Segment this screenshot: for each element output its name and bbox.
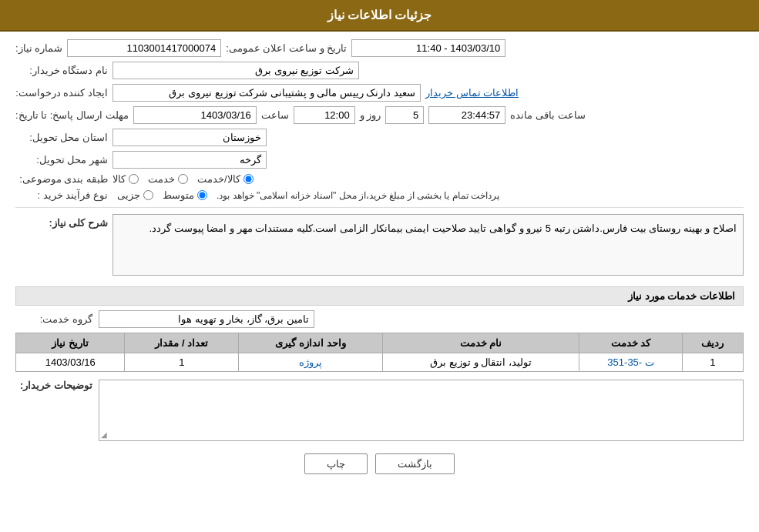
back-button[interactable]: بازگشت: [375, 453, 455, 474]
category-label: طبقه بندی موضوعی:: [15, 173, 108, 185]
province-row: استان محل تحویل: خوزستان: [15, 129, 744, 146]
table-row: 1 ت -35-351 تولید، انتقال و توزیع برق پر…: [16, 353, 744, 372]
cell-service-code[interactable]: ت -35-351: [579, 353, 682, 372]
buyer-notes-row: توضیحات خریدار: ◢: [15, 380, 744, 441]
col-row-num: ردیف: [682, 333, 743, 353]
col-quantity: تعداد / مقدار: [125, 333, 239, 353]
need-number-label: شماره نیاز:: [15, 42, 62, 54]
deadline-day-value: 5: [385, 106, 424, 124]
service-info-title: اطلاعات خدمات مورد نیاز: [15, 286, 744, 306]
cell-quantity: 1: [125, 353, 239, 372]
col-date: تاریخ نیاز: [16, 333, 125, 353]
city-value: گرخه: [113, 151, 267, 169]
buttons-row: بازگشت چاپ: [15, 453, 744, 474]
contact-link[interactable]: اطلاعات تماس خریدار: [425, 87, 519, 99]
category-option-kala[interactable]: کالا: [113, 173, 139, 185]
col-service-name: نام خدمت: [382, 333, 579, 353]
category-option-khedmat[interactable]: خدمت: [148, 173, 188, 185]
creator-label: ایجاد کننده درخواست:: [15, 87, 108, 99]
print-button[interactable]: چاپ: [304, 453, 368, 474]
content-area: شماره نیاز: 1103001417000074 تاریخ و ساع…: [0, 32, 759, 482]
deadline-date: 1403/03/16: [133, 106, 257, 124]
need-number-value: 1103001417000074: [67, 39, 221, 57]
city-row: شهر محل تحویل: گرخه: [15, 151, 744, 169]
creator-row: ایجاد کننده درخواست: سعید دارنک رییس مال…: [15, 84, 744, 102]
deadline-day-label: روز و: [360, 109, 381, 121]
category-option-kala-khedmat[interactable]: کالا/خدمت: [197, 173, 254, 185]
cell-service-name: تولید، انتقال و توزیع برق: [382, 353, 579, 372]
deadline-row: مهلت ارسال پاسخ: تا تاریخ: 1403/03/16 سا…: [15, 106, 744, 124]
cell-row-num: 1: [682, 353, 743, 372]
deadline-time-label: ساعت: [261, 109, 289, 121]
description-text: اصلاح و بهینه روستای بیت فارس.داشتن رتبه…: [113, 214, 744, 276]
deadline-remaining-label: ساعت باقی مانده: [510, 109, 585, 121]
process-option-jozvi[interactable]: جزیی: [117, 189, 153, 201]
process-note: پرداخت تمام یا بخشی از مبلغ خرید،از محل …: [217, 190, 499, 201]
announce-value: 1403/03/10 - 11:40: [351, 39, 505, 57]
page-title: جزئیات اطلاعات نیاز: [327, 8, 432, 22]
buyer-org-value: شرکت توزیع نیروی برق: [113, 62, 359, 79]
description-row: شرح کلی نیاز: اصلاح و بهینه روستای بیت ف…: [15, 214, 744, 282]
process-label: نوع فرآیند خرید :: [15, 189, 108, 201]
service-group-row: گروه خدمت: تامین برق، گاز، بخار و تهویه …: [15, 310, 744, 328]
category-row: طبقه بندی موضوعی: کالا خدمت کالا/خدمت: [15, 173, 744, 185]
announce-label: تاریخ و ساعت اعلان عمومی:: [226, 42, 347, 54]
deadline-time-value: 12:00: [294, 106, 355, 124]
col-service-code: کد خدمت: [579, 333, 682, 353]
process-radio-group: جزیی متوسط: [117, 189, 207, 201]
col-unit: واحد اندازه گیری: [239, 333, 382, 353]
services-table: ردیف کد خدمت نام خدمت واحد اندازه گیری ت…: [15, 333, 744, 372]
buyer-notes-box: ◢: [99, 380, 744, 441]
process-option-mottaset[interactable]: متوسط: [163, 189, 207, 201]
service-group-label: گروه خدمت:: [15, 313, 92, 325]
category-radio-group: کالا خدمت کالا/خدمت: [113, 173, 254, 185]
deadline-label: مهلت ارسال پاسخ: تا تاریخ:: [15, 109, 129, 121]
description-label: شرح کلی نیاز:: [15, 214, 108, 229]
province-value: خوزستان: [113, 129, 267, 146]
resize-corner: ◢: [101, 430, 107, 439]
announce-row: شماره نیاز: 1103001417000074 تاریخ و ساع…: [15, 39, 744, 57]
buyer-org-row: نام دستگاه خریدار: شرکت توزیع نیروی برق: [15, 62, 744, 79]
deadline-remaining-value: 23:44:57: [428, 106, 505, 124]
page-wrapper: جزئیات اطلاعات نیاز شماره نیاز: 11030014…: [0, 0, 759, 532]
cell-unit[interactable]: پروژه: [239, 353, 382, 372]
creator-value: سعید دارنک رییس مالی و پشتیبانی شرکت توز…: [113, 84, 421, 102]
cell-date: 1403/03/16: [16, 353, 125, 372]
province-label: استان محل تحویل:: [15, 132, 108, 143]
process-row: نوع فرآیند خرید : جزیی متوسط پرداخت تمام…: [15, 189, 744, 201]
buyer-notes-label: توضیحات خریدار:: [15, 380, 92, 391]
service-group-value: تامین برق، گاز، بخار و تهویه هوا: [99, 310, 314, 328]
buyer-org-label: نام دستگاه خریدار:: [15, 65, 108, 76]
city-label: شهر محل تحویل:: [15, 154, 108, 166]
deadline-items: 1403/03/16 ساعت 12:00 روز و 5 23:44:57 س…: [133, 106, 586, 124]
page-header: جزئیات اطلاعات نیاز: [0, 0, 759, 32]
